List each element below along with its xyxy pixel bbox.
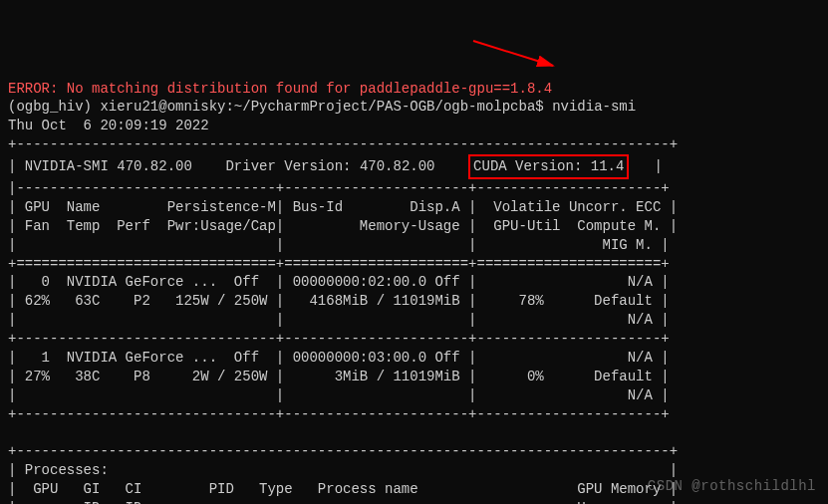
watermark: CSDN @rothschildlhl [648,477,816,496]
gpu0-row1: | 0 NVIDIA GeForce ... Off | 00000000:02… [8,273,820,292]
cwd: ~/PycharmProject/PAS-OGB/ogb-molpcba [234,99,535,115]
header-versions: | NVIDIA-SMI 470.82.00 Driver Version: 4… [8,154,820,179]
prompt-line: (ogbg_hiv) xieru21@omnisky:~/PycharmProj… [8,98,820,117]
gpu1-row3: | | | N/A | [8,386,820,405]
border: |-------------------------------+-------… [8,179,820,198]
col-header-2: | Fan Temp Perf Pwr:Usage/Cap| Memory-Us… [8,217,820,236]
svg-line-0 [473,41,553,66]
col-header-3: | | | MIG M. | [8,236,820,255]
border: +-------------------------------+-------… [8,330,820,349]
user-host: xieru21@omnisky [100,99,225,115]
blank [8,424,820,443]
driver-version: Driver Version: 470.82.00 [225,158,434,174]
prompt-symbol: $ [535,99,543,115]
border: +-------------------------------+-------… [8,405,820,424]
gpu0-row2: | 62% 63C P2 125W / 250W | 4168MiB / 110… [8,292,820,311]
gpu1-row2: | 27% 38C P8 2W / 250W | 3MiB / 11019MiB… [8,368,820,386]
conda-env: (ogbg_hiv) [8,99,92,115]
processes-header2: | ID ID Usage | [8,499,820,504]
annotation-arrow-icon [468,36,568,76]
col-header-1: | GPU Name Persistence-M| Bus-Id Disp.A … [8,198,820,217]
border: +---------------------------------------… [8,135,820,154]
command[interactable]: nvidia-smi [552,99,636,115]
gpu0-row3: | | | N/A | [8,311,820,330]
smi-version: NVIDIA-SMI 470.82.00 [25,158,192,174]
error-line: ERROR: No matching distribution found fo… [8,80,820,99]
border: +===============================+=======… [8,255,820,274]
timestamp: Thu Oct 6 20:09:19 2022 [8,117,820,135]
border: +---------------------------------------… [8,442,820,461]
gpu1-row1: | 1 NVIDIA GeForce ... Off | 00000000:03… [8,349,820,368]
cuda-version-highlight: CUDA Version: 11.4 [468,154,629,179]
